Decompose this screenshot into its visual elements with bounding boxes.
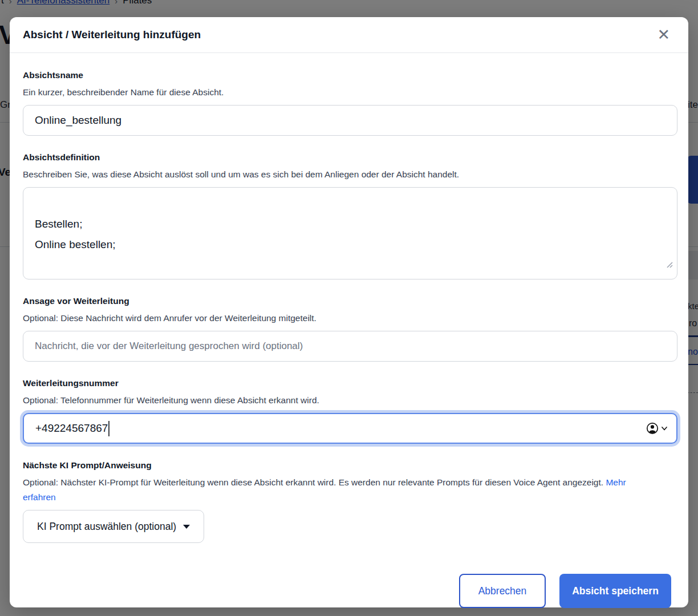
announcement-label: Ansage vor Weiterleitung (23, 296, 677, 306)
save-intent-button[interactable]: Absicht speichern (559, 574, 671, 608)
intent-definition-helper: Beschreiben Sie, was diese Absicht auslö… (23, 167, 677, 182)
intent-name-label: Absichtsname (23, 70, 677, 80)
forwarding-number-label: Weiterleitungsnummer (23, 378, 677, 388)
resize-handle-icon[interactable] (665, 234, 673, 275)
field-intent-definition: Absichtsdefinition Beschreiben Sie, was … (23, 152, 677, 279)
next-prompt-helper-text: Optional: Nächster KI-Prompt für Weiterl… (23, 477, 603, 487)
next-prompt-label: Nächste KI Prompt/Anweisung (23, 460, 677, 471)
field-intent-name: Absichtsname Ein kurzer, beschreibender … (23, 70, 677, 136)
contact-person-icon (646, 422, 659, 435)
intent-definition-label: Absichtsdefinition (23, 152, 677, 163)
intent-name-input[interactable]: Online_bestellung (23, 105, 677, 136)
next-prompt-helper: Optional: Nächster KI-Prompt für Weiterl… (23, 475, 653, 505)
modal-title: Absicht / Weiterleitung hinzufügen (23, 29, 201, 41)
intent-name-value: Online_bestellung (35, 114, 121, 127)
text-cursor (108, 421, 109, 436)
field-announcement: Ansage vor Weiterleitung Optional: Diese… (23, 296, 677, 362)
field-forwarding-number: Weiterleitungsnummer Optional: Telefonnu… (23, 378, 677, 444)
forwarding-number-helper: Optional: Telefonnummer für Weiterleitun… (23, 393, 677, 408)
add-intent-modal: Absicht / Weiterleitung hinzufügen ✕ Abs… (10, 17, 688, 607)
announcement-placeholder: Nachricht, die vor der Weiterleitung ges… (35, 341, 303, 352)
intent-definition-textarea[interactable]: Bestellen; Online bestellen; (23, 187, 677, 279)
cancel-button[interactable]: Abbrechen (459, 574, 546, 608)
intent-name-helper: Ein kurzer, beschreibender Name für dies… (23, 85, 677, 100)
dropdown-caret-icon (183, 525, 190, 529)
contact-picker-button[interactable] (646, 422, 668, 435)
ki-prompt-select-value: KI Prompt auswählen (optional) (37, 521, 176, 533)
intent-definition-value: Bestellen; Online bestellen; (35, 218, 116, 250)
modal-header: Absicht / Weiterleitung hinzufügen ✕ (10, 17, 688, 53)
ki-prompt-select[interactable]: KI Prompt auswählen (optional) (23, 510, 204, 543)
announcement-helper: Optional: Diese Nachricht wird dem Anruf… (23, 311, 677, 326)
field-next-prompt: Nächste KI Prompt/Anweisung Optional: Nä… (23, 460, 677, 543)
close-icon[interactable]: ✕ (654, 25, 673, 45)
forwarding-number-value: +49224567867 (35, 422, 108, 435)
announcement-input[interactable]: Nachricht, die vor der Weiterleitung ges… (23, 331, 677, 362)
modal-body: Absichtsname Ein kurzer, beschreibender … (10, 53, 688, 560)
chevron-down-icon (660, 424, 668, 432)
modal-footer: Abbrechen Absicht speichern (10, 560, 688, 616)
forwarding-number-input[interactable]: +49224567867 (23, 413, 677, 444)
